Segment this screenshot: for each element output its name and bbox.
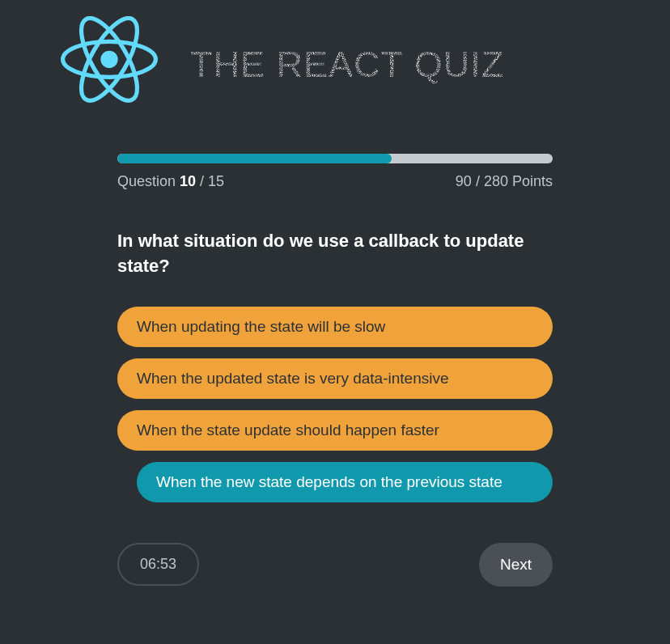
- quiz-footer: 06:53 Next: [117, 543, 553, 587]
- question-counter: Question 10 / 15: [117, 173, 224, 190]
- question-label: Question: [117, 173, 176, 189]
- app-header: THE REACT QUIZ: [0, 0, 670, 129]
- answer-option-0[interactable]: When updating the state will be slow: [117, 307, 553, 347]
- progress-bar: [117, 154, 553, 163]
- max-points: 280: [484, 173, 508, 189]
- options-list: When updating the state will be slowWhen…: [117, 307, 553, 502]
- current-points: 90: [456, 173, 472, 189]
- page-title: THE REACT QUIZ: [190, 41, 609, 88]
- svg-text:THE REACT QUIZ: THE REACT QUIZ: [190, 44, 504, 85]
- timer: 06:53: [117, 543, 199, 586]
- next-button[interactable]: Next: [479, 543, 553, 587]
- points-suffix: Points: [512, 173, 553, 189]
- current-question-number: 10: [180, 173, 196, 189]
- progress-info: Question 10 / 15 90 / 280 Points: [117, 173, 553, 190]
- answer-option-1[interactable]: When the updated state is very data-inte…: [117, 358, 553, 399]
- quiz-main: Question 10 / 15 90 / 280 Points In what…: [0, 129, 670, 587]
- points-counter: 90 / 280 Points: [456, 173, 553, 190]
- question-text: In what situation do we use a callback t…: [117, 229, 553, 279]
- progress-section: Question 10 / 15 90 / 280 Points: [117, 154, 553, 190]
- answer-option-3[interactable]: When the new state depends on the previo…: [137, 462, 553, 502]
- total-questions: 15: [208, 173, 224, 189]
- answer-option-2[interactable]: When the state update should happen fast…: [117, 410, 553, 451]
- progress-fill: [117, 154, 392, 163]
- react-logo-icon: [61, 16, 158, 113]
- svg-point-0: [100, 51, 117, 68]
